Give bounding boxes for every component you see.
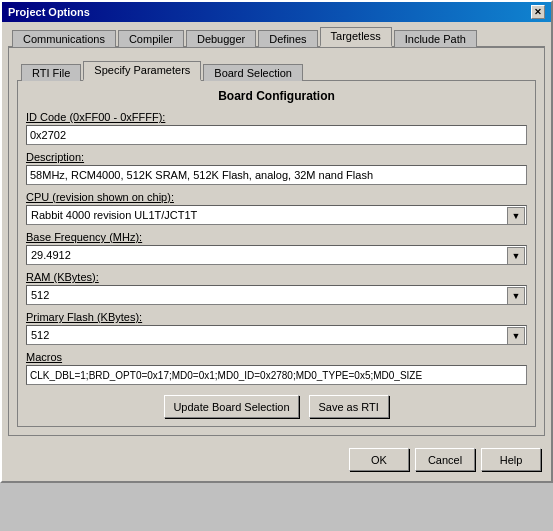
board-config-title: Board Configuration <box>26 89 527 103</box>
tab-rti-file[interactable]: RTI File <box>21 64 81 81</box>
top-tab-bar: Communications Compiler Debugger Defines… <box>8 26 545 48</box>
main-panel: RTI File Specify Parameters Board Select… <box>8 48 545 436</box>
ram-select[interactable]: 512 <box>26 285 527 305</box>
close-button[interactable]: ✕ <box>531 5 545 19</box>
help-button[interactable]: Help <box>481 448 541 471</box>
update-board-selection-button[interactable]: Update Board Selection <box>164 395 298 418</box>
macros-group: Macros <box>26 351 527 385</box>
tab-communications[interactable]: Communications <box>12 30 116 47</box>
ram-select-wrapper: 512 <box>26 285 527 305</box>
bottom-button-row: OK Cancel Help <box>8 444 545 475</box>
base-freq-label: Base Frequency (MHz): <box>26 231 527 243</box>
cancel-button[interactable]: Cancel <box>415 448 475 471</box>
primary-flash-label: Primary Flash (KBytes): <box>26 311 527 323</box>
description-label: Description: <box>26 151 527 163</box>
primary-flash-group: Primary Flash (KBytes): 512 <box>26 311 527 345</box>
inner-tab-bar: RTI File Specify Parameters Board Select… <box>17 60 536 81</box>
base-freq-group: Base Frequency (MHz): 29.4912 <box>26 231 527 265</box>
base-freq-select[interactable]: 29.4912 <box>26 245 527 265</box>
inner-panel: Board Configuration ID Code (0xFF00 - 0x… <box>17 81 536 427</box>
cpu-label: CPU (revision shown on chip): <box>26 191 527 203</box>
tab-compiler[interactable]: Compiler <box>118 30 184 47</box>
primary-flash-select-wrapper: 512 <box>26 325 527 345</box>
action-button-row: Update Board Selection Save as RTI <box>26 395 527 418</box>
macros-label: Macros <box>26 351 527 363</box>
tab-defines[interactable]: Defines <box>258 30 317 47</box>
macros-input[interactable] <box>26 365 527 385</box>
description-input[interactable] <box>26 165 527 185</box>
id-code-group: ID Code (0xFF00 - 0xFFFF): <box>26 111 527 145</box>
ok-button[interactable]: OK <box>349 448 409 471</box>
tab-board-selection[interactable]: Board Selection <box>203 64 303 81</box>
tab-include-path[interactable]: Include Path <box>394 30 477 47</box>
id-code-input[interactable] <box>26 125 527 145</box>
window-content: Communications Compiler Debugger Defines… <box>2 22 551 481</box>
save-as-rti-button[interactable]: Save as RTI <box>309 395 389 418</box>
cpu-select-wrapper: Rabbit 4000 revision UL1T/JCT1T <box>26 205 527 225</box>
tab-specify-parameters[interactable]: Specify Parameters <box>83 61 201 81</box>
id-code-label: ID Code (0xFF00 - 0xFFFF): <box>26 111 527 123</box>
base-freq-select-wrapper: 29.4912 <box>26 245 527 265</box>
ram-label: RAM (KBytes): <box>26 271 527 283</box>
project-options-window: Project Options ✕ Communications Compile… <box>0 0 553 483</box>
tab-debugger[interactable]: Debugger <box>186 30 256 47</box>
cpu-group: CPU (revision shown on chip): Rabbit 400… <box>26 191 527 225</box>
ram-group: RAM (KBytes): 512 <box>26 271 527 305</box>
tab-targetless[interactable]: Targetless <box>320 27 392 47</box>
title-bar: Project Options ✕ <box>2 2 551 22</box>
window-title: Project Options <box>8 6 90 18</box>
cpu-select[interactable]: Rabbit 4000 revision UL1T/JCT1T <box>26 205 527 225</box>
description-group: Description: <box>26 151 527 185</box>
primary-flash-select[interactable]: 512 <box>26 325 527 345</box>
